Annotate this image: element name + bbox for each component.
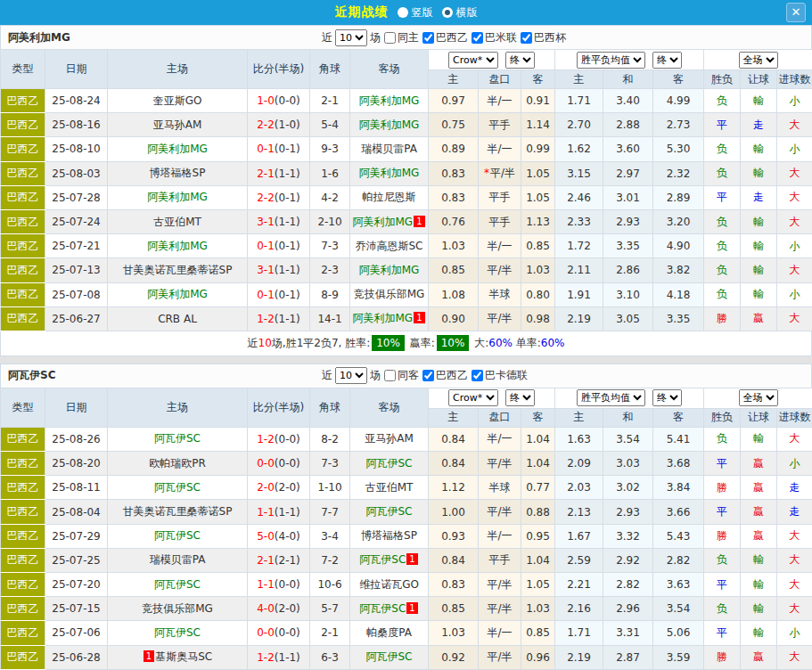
avg-home-cell: 2.09	[555, 452, 603, 476]
corner-cell: 2-1	[310, 89, 350, 113]
matches-table: 类型 日期 主场 比分(半场) 角球 客场 Crow* 终 胜平负均值 终	[0, 388, 812, 670]
team-label: 阿瓦伊SC	[154, 481, 201, 494]
score-cell: 3-1(1-1)	[248, 209, 310, 233]
avg-away-cell: 5.06	[653, 621, 704, 645]
result-winloss-cell: 平	[704, 452, 741, 476]
avg-final-select[interactable]: 终	[652, 389, 682, 406]
league-checkbox[interactable]	[422, 32, 434, 44]
fulltime-select[interactable]: 全场	[739, 389, 778, 406]
team-label: 阿美利加MG	[352, 216, 413, 228]
league-filter-serie-b[interactable]: 巴西乙	[422, 30, 468, 45]
avg-away-cell: 3.68	[653, 452, 704, 476]
corner-cell: 8-9	[310, 282, 350, 306]
col-avg-away: 客	[653, 70, 704, 89]
avg-draw-cell: 3.60	[603, 137, 653, 161]
avg-away-cell: 4.90	[653, 234, 704, 258]
team-section-avai-sc: 阿瓦伊SC 近 10 场 同客 巴西乙 巴卡德联 类型 日期 主场	[0, 364, 812, 670]
same-away-checkbox[interactable]	[384, 370, 396, 381]
avg-away-cell: 4.18	[653, 282, 704, 306]
odds-home-cell: 0.97	[429, 89, 479, 113]
avg-home-cell: 3.15	[555, 161, 603, 185]
odds-away-cell: 0.85	[521, 621, 555, 645]
league-checkbox[interactable]	[422, 370, 434, 381]
odds-source-select[interactable]: Crow*	[448, 52, 498, 69]
match-row: 巴西乙25-08-11阿瓦伊SC2-0(2-0)1-10古亚伯MT1.12半球0…	[1, 476, 812, 500]
match-row: 巴西乙25-08-20欧帕瑞欧PR0-0(0-0)7-3阿瓦伊SC0.84平/半…	[1, 452, 812, 476]
avg-final-select[interactable]: 终	[652, 52, 682, 69]
league-checkbox[interactable]	[472, 32, 483, 44]
league-filter-catarinense[interactable]: 巴卡德联	[471, 368, 528, 383]
league-filter-mineiro[interactable]: 巴米联	[471, 30, 517, 45]
team-label: 甘美奥诺瓦里桑蒂诺SP	[123, 505, 233, 518]
odds-away-cell: 1.04	[521, 548, 555, 572]
date-cell: 25-08-04	[45, 500, 108, 524]
handicap-cell: 半/一	[479, 621, 521, 645]
date-cell: 25-08-11	[45, 476, 108, 500]
league-cell: 巴西乙	[1, 258, 45, 282]
odds-away-cell: 0.85	[521, 234, 555, 258]
avg-draw-cell: 2.92	[603, 548, 653, 572]
odds-away-cell: 1.05	[521, 573, 555, 597]
team-label: 竞技俱乐部MG	[142, 602, 213, 615]
result-goals-cell: 大	[777, 306, 812, 331]
close-button[interactable]: ✕	[786, 3, 806, 22]
near-label: 近	[322, 368, 332, 383]
team-label: 阿美利加MG	[147, 240, 208, 252]
odds-home-cell: 0.85	[429, 258, 479, 282]
team-label: 博塔福格SP	[361, 529, 417, 542]
match-count-select[interactable]: 10	[335, 29, 367, 46]
away-team-cell: 亚马孙AM	[350, 427, 429, 451]
match-row: 巴西乙25-07-20阿瓦伊SC1-1(0-0)10-6维拉诺瓦GO0.83平/…	[1, 573, 812, 597]
match-row: 巴西乙25-07-28阿美利加MG2-2(0-1)4-2帕拉尼恩斯0.83平手1…	[1, 185, 812, 209]
same-home-filter[interactable]: 同主	[383, 30, 419, 45]
league-checkbox[interactable]	[472, 370, 483, 381]
col-handicap: 盘口	[479, 70, 521, 89]
col-avg-home: 主	[555, 408, 603, 427]
odds-away-cell: 0.99	[521, 137, 555, 161]
score-cell: 1-2(1-1)	[248, 306, 310, 331]
odds-source-select[interactable]: Crow*	[448, 389, 498, 406]
fulltime-select[interactable]: 全场	[739, 52, 778, 69]
result-winloss-cell: 负	[704, 427, 741, 451]
odds-home-cell: 0.83	[429, 161, 479, 185]
result-winloss-cell: 负	[704, 209, 741, 233]
odds-away-cell: 1.04	[521, 427, 555, 451]
league-filter-serie-b[interactable]: 巴西乙	[422, 368, 468, 383]
away-team-cell: 阿瓦伊SC	[350, 645, 429, 669]
match-count-select[interactable]: 10	[335, 367, 367, 384]
team-label: 阿瓦伊SC	[154, 578, 201, 591]
radio-selected-icon[interactable]	[442, 7, 453, 18]
corner-cell: 2-10	[310, 209, 350, 233]
result-goals-cell: 小	[777, 137, 812, 161]
team-label: 阿美利加MG	[359, 167, 420, 179]
avg-odds-select[interactable]: 胜平负均值	[577, 52, 645, 69]
avg-draw-cell: 2.97	[603, 161, 653, 185]
games-label: 场	[370, 30, 381, 45]
fulltime-group: 全场	[704, 50, 812, 70]
odds-final-select[interactable]: 终	[505, 389, 535, 406]
odds-final-select[interactable]: 终	[505, 52, 535, 69]
score-cell: 1-0(0-0)	[248, 89, 310, 113]
match-note-badge: 1	[414, 312, 424, 323]
league-cell: 巴西乙	[1, 209, 45, 233]
league-checkbox[interactable]	[521, 32, 532, 44]
away-team-cell: 阿瓦伊SC	[350, 500, 429, 524]
team-label: 欧帕瑞欧PR	[149, 457, 206, 470]
odds-away-cell: 1.03	[521, 597, 555, 621]
team-label: 竞技俱乐部MG	[354, 288, 425, 300]
radio-vertical-layout[interactable]: 竖版	[398, 5, 433, 20]
avg-draw-cell: 2.86	[603, 258, 653, 282]
result-handicap-cell: 輸	[741, 161, 777, 185]
same-away-filter[interactable]: 同客	[383, 368, 419, 383]
league-filter-cup[interactable]: 巴西杯	[520, 30, 566, 45]
corner-cell: 2-1	[310, 621, 350, 645]
radio-unselected-icon[interactable]	[398, 7, 408, 18]
result-handicap-cell: 贏	[741, 645, 777, 669]
match-row: 巴西乙25-08-03博塔福格SP2-1(1-1)1-6阿美利加MG0.83*平…	[1, 161, 812, 185]
result-winloss-cell: 平	[704, 500, 741, 524]
avg-home-cell: 2.21	[555, 573, 603, 597]
radio-horizontal-layout[interactable]: 横版	[442, 5, 478, 20]
same-home-checkbox[interactable]	[384, 32, 396, 44]
avg-odds-select[interactable]: 胜平负均值	[577, 389, 645, 406]
home-team-cell: 阿美利加MG	[108, 234, 248, 258]
